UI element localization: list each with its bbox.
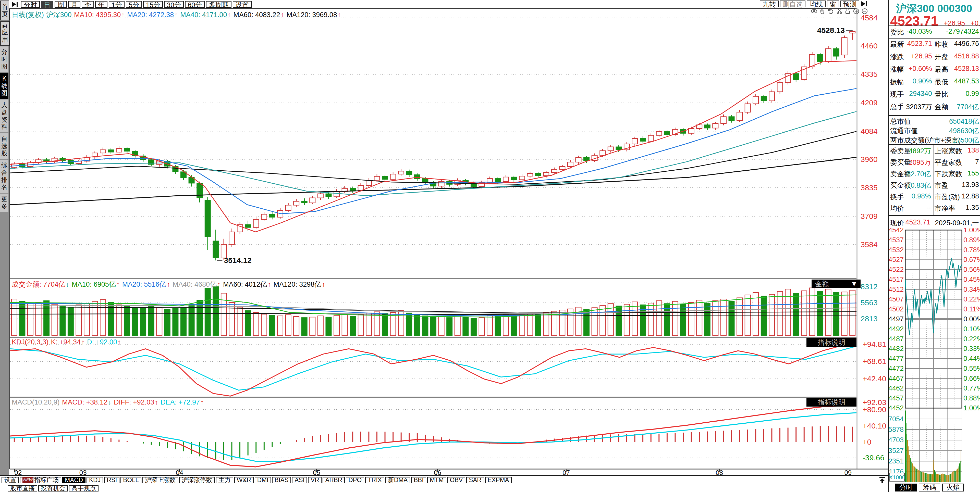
quote-value: 7 [975,158,979,166]
indicator-tab-BOLL[interactable]: BOLL [121,477,141,483]
quote-label: 委买量 [890,158,911,167]
svg-text:4527: 4527 [889,256,904,263]
quote-label: 总市值 [890,117,911,126]
svg-text:3514.12: 3514.12 [224,256,251,265]
svg-text:0.45%: 0.45% [963,276,980,283]
indicator-tab-label: EXPMA [488,477,509,483]
svg-text:+68.61: +68.61 [862,357,886,365]
kdj-help-button[interactable]: 指标说明 [807,338,856,347]
svg-text:0.10%: 0.10% [963,325,980,333]
intraday-mini-chart[interactable]: 45421.00%45370.89%45320.78%45270.67%4522… [889,228,980,483]
indicator-tab-label: DPO [348,477,362,483]
kdj-help-label: 指标说明 [818,339,845,346]
quote-value: -- [926,204,931,212]
indicator-tab-DMI[interactable]: DMI [255,477,271,483]
svg-text:03: 03 [80,469,87,475]
quote-label: 涨跌 [890,52,904,62]
indicator-tab-BBI[interactable]: BBI [411,477,426,483]
indicator-tab-EXPMA[interactable]: EXPMA [485,477,512,483]
indicator-tab-KDJ[interactable]: KDJ [86,477,103,483]
svg-text:4542: 4542 [889,228,904,234]
svg-text:5878: 5878 [889,426,904,433]
eye-icon[interactable] [811,8,818,15]
indicator-tab-DPO[interactable]: DPO [346,477,364,483]
price-ma-label: 日线(复权) [12,11,46,19]
svg-text:4528.13: 4528.13 [817,26,845,35]
quote-value: 0.98% [912,192,931,200]
indicator-tab-MACD[interactable]: MACD [62,477,86,483]
quote-value: +26.95 [911,52,932,60]
scroll-top-icon[interactable] [878,476,886,484]
kdj-value-label: K: +94.34 [51,338,81,346]
kdj-value-label: KDJ(20,3,3) [12,338,51,346]
volume-ma-label: 成交金额: 7704亿 [12,281,65,288]
volume-ma-label: MA60: 4012亿 [223,281,267,288]
svg-text:4487: 4487 [889,335,904,343]
quote-label: 委卖量 [890,146,911,156]
svg-text:4482: 4482 [889,345,904,352]
quote-label: 昨收 [935,40,948,49]
indicator-tab-VR[interactable]: VR [308,477,321,483]
quote-value: 0.90% [912,77,932,85]
info-tab-股市直播[interactable]: 股市直播 [8,485,37,492]
undo-icon[interactable] [827,8,835,15]
macd-help-button[interactable]: 指标说明 [807,398,856,406]
indicator-tab-指标广场[interactable]: NEW指标广场 [20,477,61,483]
svg-text:0.66%: 0.66% [963,375,980,382]
kdj-value-label: ↑ [81,338,86,346]
indicator-tab-SAR[interactable]: SAR [466,477,484,483]
macd-value-label: MACD: +38.12 [62,398,107,406]
indicator-tab-OBV[interactable]: OBV [447,477,466,483]
quote-value: +0.60% [908,65,932,73]
info-tab-高手观点[interactable]: 高手观点 [69,485,99,492]
price-ma-label: MA40: 4171.00 [180,11,227,19]
scissors-icon[interactable] [836,8,843,15]
date-label: 2025-09-01,一 [935,218,979,227]
lock-icon[interactable] [844,8,851,15]
quote-label: 振幅 [890,77,904,86]
macd-value-label: DIFF: +92.03 [114,398,154,406]
new-badge: NEW [22,477,33,483]
volume-indicator-dropdown[interactable]: 金额 ▼ [811,279,861,288]
svg-text:4452: 4452 [889,404,904,412]
svg-text:X1000: X1000 [889,474,905,481]
indicator-tab-ASI[interactable]: ASI [292,477,307,483]
indicator-tab-label: 沪深上涨数 [145,477,176,483]
zoom-out-icon[interactable] [861,8,868,15]
svg-text:08: 08 [716,469,723,475]
indicator-tab-沪深上涨数[interactable]: 沪深上涨数 [142,477,178,483]
quote-label: 最低 [935,77,948,86]
indicator-tab-RSI[interactable]: RSI [104,477,119,483]
svg-text:+94.81: +94.81 [862,340,886,348]
mini-tab-分时[interactable]: 分时 [895,484,917,492]
quote-label: 下跌家数 [935,169,962,179]
indicator-tab-ARBR[interactable]: ARBR [323,477,345,483]
weibi-label: 委比 [890,27,904,37]
svg-text:3584: 3584 [861,240,878,249]
indicator-tab-主力[interactable]: 主力 [216,477,233,483]
quote-label: 上涨家数 [935,146,962,156]
svg-text:0.44%: 0.44% [963,355,980,362]
indicator-tab-设置[interactable]: 设置 [2,477,19,483]
hand-icon[interactable] [819,8,826,15]
svg-text:4492: 4492 [889,325,904,333]
indicator-tab-W&R[interactable]: W&R [234,477,254,483]
indicator-tab-TRIX[interactable]: TRIX [365,477,384,483]
svg-text:4703: 4703 [889,436,904,444]
indicator-tab-BIAS[interactable]: BIAS [272,477,291,483]
mini-tab-筹码[interactable]: 筹码 [919,484,940,492]
price-row: 4523.71 +26.95 +0.60% [890,13,979,29]
mini-tab-火焰[interactable]: 火焰 [942,484,964,492]
svg-text:4457: 4457 [889,394,904,402]
svg-text:8312: 8312 [861,283,878,291]
indicator-tab-沪深涨停数[interactable]: 沪深涨停数 [179,477,215,483]
quote-label: 平盘家数 [935,158,962,167]
zoom-in-icon[interactable] [853,8,860,15]
info-tab-投资机会[interactable]: 投资机会 [38,485,68,492]
now-label: 现价 [890,218,904,227]
indicator-tab-label: ASI [294,477,304,483]
info-tab-bar: 股市直播投资机会高手观点 [0,484,888,492]
svg-text:2351: 2351 [889,457,904,465]
indicator-tab-MTM[interactable]: MTM [427,477,446,483]
indicator-tab-新DMA[interactable]: 新DMA [385,477,410,483]
